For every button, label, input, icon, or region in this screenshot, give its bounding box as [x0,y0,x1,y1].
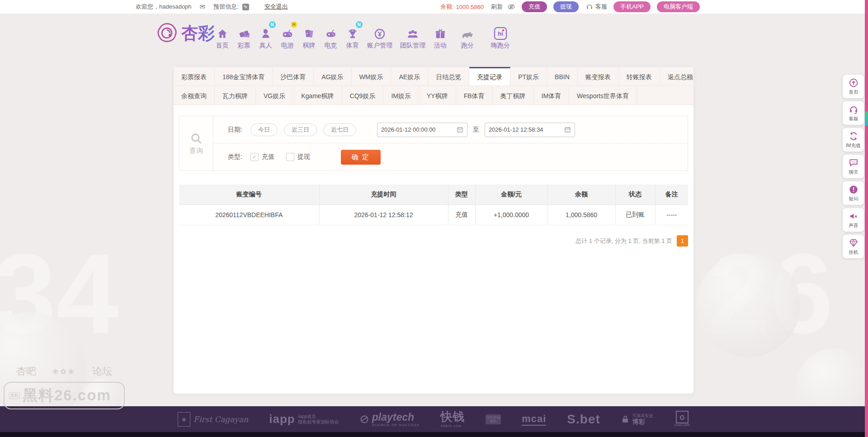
nav-home[interactable]: 首页 [212,23,233,50]
refresh-link[interactable]: 刷新 [491,3,503,11]
deposit-checkbox[interactable]: 充值 [250,153,274,161]
tab-ae[interactable]: AE娱乐 [391,67,428,86]
tab-pt[interactable]: PT娱乐 [510,67,547,86]
mobile-app-button[interactable]: 手机APP [613,1,651,12]
nav-account-manage[interactable]: 账户管理 [363,23,396,50]
tab-kgame[interactable]: Kgame棋牌 [293,86,342,104]
tab-aoding-chess[interactable]: 奥丁棋牌 [493,86,534,104]
nav-label: 首页 [216,42,229,50]
tab-rebate-total[interactable]: 返点总额 [660,67,701,86]
tab-im[interactable]: IM娱乐 [383,86,419,104]
withdraw-checkbox[interactable]: 提现 [286,153,310,161]
watermark-site-box: 黑料 黑料26.com [4,382,125,409]
cell-status: 已到账 [615,205,655,225]
tab-wali-chess[interactable]: 瓦力棋牌 [215,86,256,104]
date-from-input[interactable]: 2026-01-12 00:00:00 [377,123,467,137]
range-3days-button[interactable]: 近三日 [284,124,317,136]
nav-label: 棋牌 [303,42,316,50]
logout-link[interactable]: 安全退出 [264,3,288,11]
main-nav: 首页 彩票 N 真人 H 电游 棋牌 [212,23,517,50]
tab-daily-summary[interactable]: 日结总览 [428,67,469,86]
arrow-up-circle-icon [849,78,859,88]
tab-im-sports[interactable]: IM体育 [534,86,570,104]
nav-promotions[interactable]: 活动 [429,23,451,50]
pc-client-button[interactable]: 电脑客户端 [657,1,700,12]
tab-cq9[interactable]: CQ9娱乐 [342,86,384,104]
records-table: 账变编号 充提时间 类型 金额/元 余额 状态 备注 20260112VBDEE… [179,185,688,225]
ticket-icon [238,23,250,40]
reserved-info-label: 预留信息: [213,3,239,11]
floating-sidebar: 首页 客服 IM充值 聊天 疑问 声音 挂机 [843,75,864,258]
background-number: 26 [708,238,833,351]
nav-lottery[interactable]: 彩票 [233,23,255,50]
trophy-icon: N [347,23,359,40]
float-idle[interactable]: 挂机 [843,235,864,258]
query-panel: 查询 日期: 今日 近三日 近七日 2026-01-12 00:00:00 至 … [179,116,688,171]
playtech-logo: playtechSOURCE OF SUCCESS [360,411,420,428]
nav-esports[interactable]: 电竞 [320,23,341,50]
new-badge: N [356,21,363,28]
float-question[interactable]: 疑问 [843,181,864,205]
float-service[interactable]: 客服 [843,101,864,125]
date-to-value: 2026-01-12 12:58:34 [489,126,543,133]
range-7days-button[interactable]: 近七日 [323,124,356,136]
tab-shaba-sports[interactable]: 沙巴体育 [273,67,314,86]
pagination: 总计 1 个记录, 分为 1 页, 当前第 1 页 1 [179,235,688,247]
watermark-badge: 黑料 [9,393,20,399]
mail-icon[interactable]: ✉ [200,3,206,11]
scrollbar-thumb[interactable] [865,111,868,126]
date-to-input[interactable]: 2026-01-12 12:58:34 [485,123,575,137]
cell-type: 充值 [448,205,475,225]
tab-wm[interactable]: WM娱乐 [352,67,392,86]
float-home[interactable]: 首页 [843,75,864,98]
forum-watermark: 杏吧 ❀✿❀ 论坛 黑料 黑料26.com [4,365,125,409]
float-sound[interactable]: 声音 [843,208,864,232]
tab-wesports[interactable]: Wesports世界体育 [569,86,637,104]
float-chat[interactable]: 聊天 [843,155,864,178]
eye-off-icon[interactable] [507,3,515,11]
unionpay-logo: UnionPay银联 [486,414,501,424]
tab-vg[interactable]: VG娱乐 [256,86,293,104]
range-today-button[interactable]: 今日 [250,124,278,136]
tab-deposit-withdraw-records[interactable]: 充提记录 [469,67,510,86]
tab-188jbb-sports[interactable]: 188金宝博体育 [215,67,273,86]
tab-fb-sports[interactable]: FB体育 [456,86,493,104]
nav-team-manage[interactable]: 团队管理 [396,23,429,50]
confirm-button[interactable]: 确 定 [341,150,381,165]
tab-yy-chess[interactable]: YY棋牌 [419,86,456,104]
page-1-button[interactable]: 1 [677,235,688,247]
customer-service-link[interactable]: 客服 [586,3,607,11]
tab-transfer-report[interactable]: 转账报表 [619,67,660,86]
float-label: 声音 [849,222,858,228]
nav-chess[interactable]: 棋牌 [298,23,320,50]
nav-egames[interactable]: H 电游 [277,23,298,50]
background-ball [696,253,800,357]
tab-account-change-report[interactable]: 账变报表 [578,67,619,86]
tab-bbin[interactable]: BBIN [547,67,578,86]
playtech-swirl-icon [360,415,369,424]
withdraw-button[interactable]: 提现 [553,1,579,12]
scrollbar[interactable] [865,0,868,437]
gamcare-logo: GGAMCARE [674,411,690,427]
calendar-icon [457,126,463,133]
nav-sports[interactable]: N 体育 [342,23,363,50]
type-label: 类型: [228,153,242,161]
nav-hi-paofen[interactable]: hi 嗨跑分 [484,23,517,50]
edit-icon[interactable]: ✎ [242,4,249,10]
float-label: 首页 [849,89,858,95]
nav-paofen[interactable]: 跑分 [451,23,484,50]
nav-label: 团队管理 [400,42,425,50]
tabs-row-2: 余额查询 瓦力棋牌 VG娱乐 Kgame棋牌 CQ9娱乐 IM娱乐 YY棋牌 F… [174,86,693,105]
gamepad-icon: H [282,23,293,40]
nav-live-casino[interactable]: N 真人 [255,23,276,50]
tab-ag[interactable]: AG娱乐 [314,67,351,86]
withdraw-checkbox-label: 提现 [297,153,310,161]
recharge-button[interactable]: 充值 [522,1,547,12]
tab-lottery-report[interactable]: 彩票报表 [174,67,215,86]
brand-logo[interactable]: 杏彩 [155,22,215,45]
sbet-logo: S.bet [567,412,600,427]
cell-remark: ----- [655,205,688,225]
float-im-recharge[interactable]: IM充值 [843,128,864,152]
float-label: 挂机 [849,249,858,255]
tab-balance-query[interactable]: 余额查询 [174,86,215,104]
